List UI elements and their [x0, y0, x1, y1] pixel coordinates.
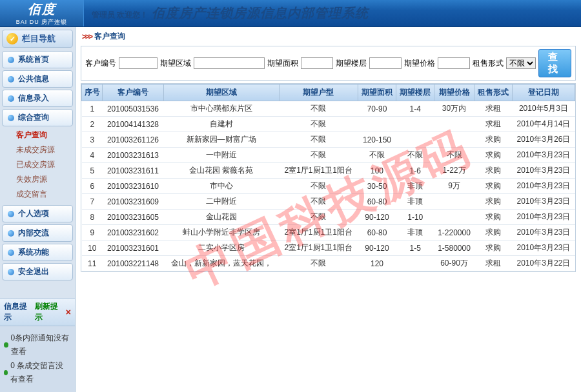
- results-table-wrap: 序号客户编号期望区域期望户型期望面积期望楼层期望价格租售形式登记日期 12010…: [81, 83, 576, 272]
- alert-refresh[interactable]: 刷新提示: [35, 301, 62, 323]
- search-button[interactable]: 查 找: [538, 49, 571, 77]
- cell: 201003231610: [103, 179, 163, 194]
- col-header: 登记日期: [512, 84, 575, 101]
- nav-sub-item[interactable]: 客户查询: [16, 128, 73, 142]
- table-row[interactable]: 10201003231601二实小学区房2室1厅1厨1卫1阳台90-1201-5…: [82, 240, 575, 256]
- cell: 7: [82, 194, 103, 210]
- lbl-customer-id: 客户编号: [85, 58, 116, 69]
- cell: [434, 132, 474, 148]
- lbl-size: 期望面积: [267, 58, 298, 69]
- col-header: 期望价格: [434, 84, 474, 101]
- cell: 5: [82, 163, 103, 179]
- cell: 求购: [474, 132, 512, 148]
- cell: 金山，新新家园，蓝天花园，: [163, 256, 279, 271]
- table-row[interactable]: 9201003231602蚌山小学附近非学区房2室1厅1厨1卫1阳台60-80非…: [82, 225, 575, 240]
- cell: 1-220000: [434, 225, 474, 240]
- cell: 6: [82, 179, 103, 194]
- nav-item[interactable]: 个人选项: [2, 205, 73, 222]
- nav-sub-item[interactable]: 已成交房源: [16, 157, 73, 172]
- nav-item[interactable]: 信息录入: [2, 90, 73, 107]
- cell: 8: [82, 210, 103, 225]
- nav-label: 个人选项: [18, 208, 49, 219]
- main-panel: >>> 客户查询 客户编号 期望区域 期望面积 期望楼层 期望价格 租售形式 不…: [76, 27, 581, 392]
- col-header: 期望楼层: [396, 84, 434, 101]
- cell: 11: [82, 256, 103, 271]
- nav-sub-item[interactable]: 未成交房源: [16, 142, 73, 157]
- input-area[interactable]: [194, 57, 265, 69]
- cell: 1-10: [396, 210, 434, 225]
- cell: 求租: [474, 256, 512, 271]
- cell: 二实小学区房: [163, 240, 279, 256]
- cell: 60-90万: [434, 256, 474, 271]
- nav-item[interactable]: 公共信息: [2, 70, 73, 88]
- cell: 求购: [474, 163, 512, 179]
- cell: 201003261126: [103, 132, 163, 148]
- logo-main: 佰度: [28, 1, 56, 18]
- input-customer-id[interactable]: [119, 57, 158, 69]
- nav-item[interactable]: 系统首页: [2, 51, 73, 68]
- cell: 2010年3月26日: [512, 132, 575, 148]
- lbl-floor: 期望楼层: [336, 58, 367, 69]
- bullet-icon: [8, 57, 14, 63]
- crumb-arrow-icon: >>>: [82, 32, 92, 41]
- nav-sub-item[interactable]: 失效房源: [16, 172, 73, 187]
- table-row[interactable]: 7201003231609二中附近不限60-80非顶求购2010年3月23日: [82, 194, 575, 210]
- cell: 不限: [279, 117, 358, 132]
- alert-line[interactable]: 0条内部通知没有查看: [4, 331, 71, 359]
- cell: 不限: [434, 148, 474, 163]
- cell: 2010年3月23日: [512, 210, 575, 225]
- table-row[interactable]: 8201003231605金山花园不限90-1201-10求购2010年3月23…: [82, 210, 575, 225]
- cell: 100: [358, 163, 396, 179]
- cell: [434, 210, 474, 225]
- cell: 2010年3月23日: [512, 240, 575, 256]
- nav-item[interactable]: 系统功能: [2, 244, 73, 261]
- cell: 不限: [279, 101, 358, 117]
- cell: 1-5: [396, 240, 434, 256]
- table-row[interactable]: 3201003261126新新家园—财富广场不限120-150求购2010年3月…: [82, 132, 575, 148]
- alert-close-icon[interactable]: ×: [66, 307, 71, 317]
- cell: 60-80: [358, 194, 396, 210]
- cell: 求租: [474, 117, 512, 132]
- cell: 蚌山小学附近非学区房: [163, 225, 279, 240]
- cell: 金山花园 紫薇名苑: [163, 163, 279, 179]
- cell: 2010年3月23日: [512, 225, 575, 240]
- cell: 3: [82, 132, 103, 148]
- cell: 201003231602: [103, 225, 163, 240]
- cell: 30-50: [358, 179, 396, 194]
- cell: 自建村: [163, 117, 279, 132]
- table-row[interactable]: 4201003231613一中附近不限不限不限不限求购2010年3月23日: [82, 148, 575, 163]
- logo: 佰度 BAI DU 房产连锁: [0, 0, 84, 26]
- nav-item[interactable]: 内部交流: [2, 224, 73, 242]
- cell: 201003221148: [103, 256, 163, 271]
- dot-icon: [4, 370, 8, 375]
- input-price[interactable]: [438, 57, 470, 69]
- cell: 70-90: [358, 101, 396, 117]
- input-size[interactable]: [301, 57, 333, 69]
- cell: 求购: [474, 240, 512, 256]
- nav-item[interactable]: 安全退出: [2, 263, 73, 280]
- nav-item[interactable]: 综合查询: [2, 109, 73, 126]
- cell: 201003231605: [103, 210, 163, 225]
- cell: 不限: [358, 148, 396, 163]
- cell: [434, 117, 474, 132]
- lbl-area: 期望区域: [160, 58, 191, 69]
- table-row[interactable]: 2201004141328自建村不限求租2010年4月14日: [82, 117, 575, 132]
- table-row[interactable]: 5201003231611金山花园 紫薇名苑2室1厅1厨1卫1阳台1001-61…: [82, 163, 575, 179]
- table-row[interactable]: 1201005031536市中心璜都东片区不限70-901-430万内求租201…: [82, 101, 575, 117]
- lbl-price: 期望价格: [404, 58, 435, 69]
- cell: [396, 256, 434, 271]
- cell: 1-6: [396, 163, 434, 179]
- cell: 201003231601: [103, 240, 163, 256]
- bullet-icon: [8, 76, 14, 83]
- bullet-icon: [8, 211, 14, 217]
- cell: 201003231609: [103, 194, 163, 210]
- table-row[interactable]: 11201003221148金山，新新家园，蓝天花园，不限12060-90万求租…: [82, 256, 575, 271]
- select-rentsale[interactable]: 不限: [506, 57, 536, 69]
- cell: 求购: [474, 179, 512, 194]
- input-floor[interactable]: [369, 57, 402, 69]
- cell: 1: [82, 101, 103, 117]
- nav-sub-item[interactable]: 成交留言: [16, 187, 73, 202]
- table-row[interactable]: 6201003231610市中心不限30-50非顶9万求购2010年3月23日: [82, 179, 575, 194]
- cell: 1-22万: [434, 163, 474, 179]
- alert-line[interactable]: 0 条成交留言没有查看: [4, 359, 71, 387]
